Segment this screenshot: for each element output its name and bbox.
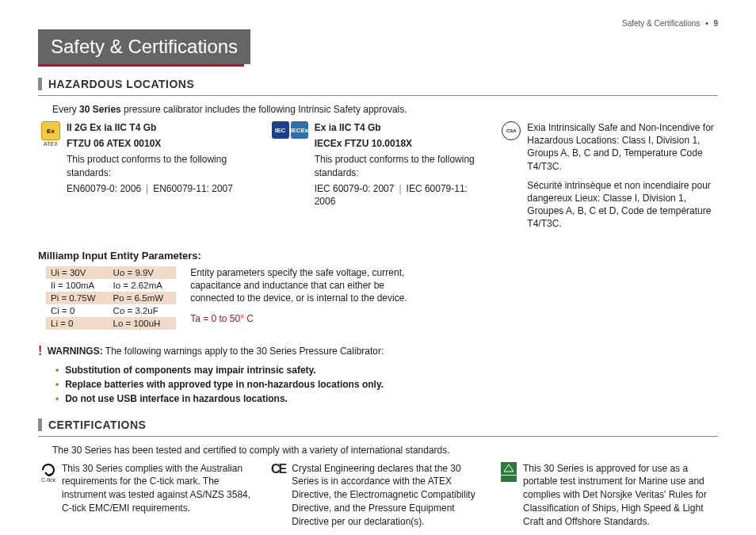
certification-columns: C-tick This 30 Series complies with the … (41, 462, 718, 529)
atex-icon: Ex ATEX (41, 121, 60, 147)
cert-ce: CE Crystal Engineering declares that the… (271, 462, 488, 529)
cert-dnv: This 30 Series is approved for use as a … (501, 462, 718, 529)
entity-description: Entity parameters specify the safe volta… (190, 266, 428, 326)
certs-intro: The 30 Series has been tested and certif… (52, 445, 718, 456)
page-header-number: 9 (713, 19, 718, 28)
warning-item: Replace batteries with approved type in … (55, 379, 718, 390)
page-title-banner: Safety & Certifications (38, 29, 250, 64)
warning-item: Do not use USB interface in hazardous lo… (55, 393, 718, 404)
page-header-dot: • (705, 19, 708, 28)
banner-underline (38, 64, 244, 67)
csa-icon: CSA (502, 121, 521, 140)
entity-block: Ui = 30VUo = 9.9V Ii = 100mAIo = 2.62mA … (46, 266, 718, 330)
approvals-columns: Ex ATEX II 2G Ex ia IIC T4 Gb FTZU 06 AT… (41, 121, 718, 234)
entity-table: Ui = 30VUo = 9.9V Ii = 100mAIo = 2.62mA … (46, 266, 176, 330)
section-divider (38, 95, 718, 96)
warning-icon: ! (38, 344, 42, 357)
page-header-section: Safety & Certifications (622, 19, 700, 28)
ce-icon: CE (271, 462, 285, 476)
approval-atex: Ex ATEX II 2G Ex ia IIC T4 Gb FTZU 06 AT… (41, 121, 258, 234)
entity-heading: Milliamp Input Entity Parameters: (38, 250, 718, 262)
approval-iecex: IEC IECEx Ex ia IIC T4 Gb IECEx FTZU 10.… (272, 121, 488, 234)
svg-rect-1 (501, 476, 517, 482)
warnings-list: Substitution of components may impair in… (55, 365, 718, 404)
warnings-heading: ! WARNINGS: The following warnings apply… (38, 344, 718, 358)
approval-csa: CSA Exia Intrinsically Safe and Non-Ince… (502, 121, 718, 234)
hazardous-intro: Every 30 Series pressure calibrator incl… (52, 104, 718, 115)
ctick-icon: C-tick (41, 462, 55, 483)
section-heading-hazardous: HAZARDOUS LOCATIONS (38, 78, 718, 90)
cert-ctick: C-tick This 30 Series complies with the … (41, 462, 258, 529)
dnv-icon (501, 462, 517, 482)
warning-item: Substitution of components may impair in… (55, 365, 718, 376)
iecex-icon: IEC IECEx (272, 121, 308, 139)
entity-ta-range: Ta = 0 to 50° C (190, 312, 428, 325)
section-heading-certifications: CERTIFICATIONS (38, 418, 718, 431)
page-header: Safety & Certifications • 9 (38, 19, 718, 28)
section-divider (38, 436, 718, 437)
